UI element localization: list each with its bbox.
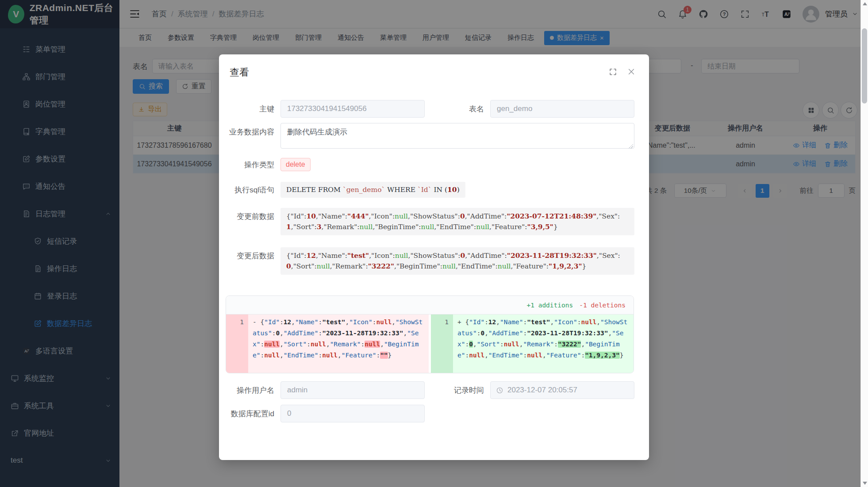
code-token: null xyxy=(421,223,434,231)
code-token: : xyxy=(260,352,264,359)
code-token: 0 xyxy=(286,262,291,270)
code-token: ,"Sex": xyxy=(597,252,620,260)
code-token: ,"ShowStatus": xyxy=(408,212,460,220)
code-token: ,"Sort": xyxy=(291,223,317,231)
code-token: } xyxy=(582,262,587,270)
code-token: null xyxy=(264,341,280,348)
code-token: , xyxy=(608,330,612,337)
code-token: "Remark" xyxy=(330,341,361,348)
code-token: , xyxy=(473,341,477,348)
code-token: "Remark" xyxy=(523,341,554,348)
code-token: ,"BeginTime": xyxy=(394,262,442,270)
scroll-up-arrow[interactable] xyxy=(861,0,868,8)
code-token: {"Id": xyxy=(286,212,306,220)
after-data-json: {"Id":12,"Name":"test","Icon":null,"Show… xyxy=(280,247,634,275)
row-after-data: 变更后数据 {"Id":12,"Name":"test","Icon":null… xyxy=(219,247,634,275)
code-token: : xyxy=(318,318,322,326)
code-token: "2023-11-28T19:32:33" xyxy=(507,251,597,260)
code-token: 0 xyxy=(480,330,484,337)
dialog-close-icon[interactable] xyxy=(627,67,636,76)
code-token: null xyxy=(442,262,456,270)
code-token: {"Id": xyxy=(286,252,306,260)
dbid-input[interactable] xyxy=(280,405,425,422)
code-token: , xyxy=(338,352,342,359)
code-token: null xyxy=(317,262,330,270)
code-token: , xyxy=(280,341,284,348)
code-token: null xyxy=(395,212,408,220)
code-token: "444" xyxy=(347,212,369,220)
code-token: ,"Remark": xyxy=(330,262,368,270)
table-input[interactable] xyxy=(490,100,634,118)
code-token: "test" xyxy=(527,318,550,326)
code-token: DELETE FROM xyxy=(286,186,343,194)
key-input[interactable] xyxy=(280,100,425,118)
code-token: ) xyxy=(457,186,460,194)
code-token: "Sort" xyxy=(477,341,500,348)
dialog-fullscreen-icon[interactable] xyxy=(609,68,617,76)
diff-panel: +1 additions -1 deletions 1 - {"Id":12,"… xyxy=(226,295,634,373)
code-token: - xyxy=(253,318,260,326)
code-token: null xyxy=(311,341,326,348)
code-token: ,"EndTime": xyxy=(456,262,498,270)
code-token: ,"Icon": xyxy=(369,252,395,260)
code-token: WHERE xyxy=(385,186,418,194)
code-token: ,"ShowStatus": xyxy=(408,252,461,260)
record-time-input[interactable]: 2023-12-07 20:05:57 xyxy=(490,381,634,399)
code-token: , xyxy=(550,318,554,326)
scroll-down-arrow[interactable] xyxy=(861,479,868,487)
resize-handle-icon[interactable] xyxy=(628,144,633,149)
code-token: 0 xyxy=(276,330,280,337)
operator-input[interactable] xyxy=(280,381,425,399)
code-token: null xyxy=(476,223,489,231)
code-token: ,"Icon": xyxy=(369,212,395,220)
code-token: "Feature" xyxy=(342,352,376,359)
code-token: null xyxy=(322,352,338,359)
before-label: 变更前数据 xyxy=(219,211,280,222)
code-token: : xyxy=(318,330,322,337)
code-token: , xyxy=(542,352,546,359)
code-token: 3 xyxy=(317,222,322,231)
code-token: null xyxy=(365,341,380,348)
code-token: : xyxy=(500,341,504,348)
code-token: , xyxy=(280,352,284,359)
row-user-time: 操作用户名 记录时间 2023-12-07 20:05:57 xyxy=(219,381,634,399)
content-textarea[interactable]: 删除代码生成演示 xyxy=(280,123,634,149)
code-token: "Icon" xyxy=(349,318,372,326)
row-sql: 执行sql语句 DELETE FROM `gen_demo` WHERE `Id… xyxy=(219,182,634,198)
code-token: null xyxy=(395,252,408,260)
code-token: , xyxy=(326,341,330,348)
dbid-label: 数据库配置id xyxy=(219,409,280,419)
code-token: "Name" xyxy=(500,318,523,326)
code-token: `gen_demo` xyxy=(343,186,385,194)
code-token: , xyxy=(392,318,396,326)
deletions-count: -1 deletions xyxy=(579,302,626,309)
code-token: 12 xyxy=(488,318,496,326)
code-token: ,"Feature": xyxy=(489,223,527,231)
code-token: ,"AddTime": xyxy=(465,252,507,260)
view-dialog: 查看 主键 表名 业务数据内容 删除代码生成演示 操作类型 delete 执行s… xyxy=(219,54,649,460)
scrollbar-thumb[interactable] xyxy=(862,28,867,104)
code-token: , xyxy=(280,330,284,337)
sql-statement: DELETE FROM `gen_demo` WHERE `Id` IN (10… xyxy=(280,182,465,198)
code-token: , xyxy=(380,341,384,348)
code-token: "1,9,2,3" xyxy=(585,352,620,359)
code-token: , xyxy=(403,330,407,337)
clock-icon xyxy=(496,387,503,394)
code-token: } xyxy=(620,352,624,359)
code-token: `Id` xyxy=(418,186,432,194)
user-label: 操作用户名 xyxy=(219,385,280,395)
code-token: 0 xyxy=(460,251,465,260)
code-token: ,"AddTime": xyxy=(465,212,507,220)
code-token: : xyxy=(465,341,469,348)
code-token: null xyxy=(527,352,542,359)
row-before-data: 变更前数据 {"Id":10,"Name":"444","Icon":null,… xyxy=(219,208,634,235)
code-token: "2023-07-12T21:48:39" xyxy=(507,212,596,220)
code-token: null xyxy=(504,341,519,348)
page-scrollbar[interactable] xyxy=(860,0,868,487)
code-token: "2023-11-28T19:32:33" xyxy=(322,330,403,337)
code-token: "3,9,5" xyxy=(527,222,553,231)
code-token: "2023-11-28T19:32:33" xyxy=(527,330,608,337)
code-token: , xyxy=(484,330,488,337)
code-token: ,"Name": xyxy=(316,212,347,220)
code-token: { xyxy=(260,318,264,326)
